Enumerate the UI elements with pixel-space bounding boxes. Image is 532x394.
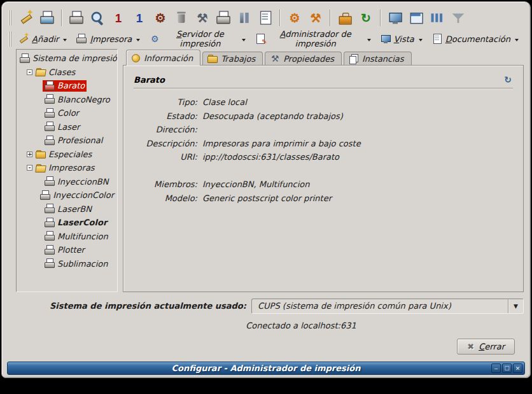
printer-jobs-button[interactable] [235,8,254,27]
toolbar-separator [61,10,62,26]
tree-item-sublimacion[interactable]: Sublimacion [18,257,116,271]
restart-server-icon: ⚙ [288,11,302,25]
tree-item-laser[interactable]: Laser [18,120,116,134]
tab-label: Instancias [362,54,404,64]
tree-item-clases[interactable]: -Clases [18,66,116,80]
class-icon [45,122,55,132]
view-printer-icon [90,11,104,25]
view-icons-mode-button[interactable] [407,8,426,27]
tab-instancias[interactable]: Instancias [344,52,412,65]
tree-item-plotter[interactable]: Plotter [18,243,116,257]
tree-expander-icon[interactable]: + [27,151,32,157]
combo-dropdown-arrow-icon[interactable] [508,299,523,313]
tree-item-body: Sistema de impresión [18,53,118,64]
print-system-combobox[interactable]: CUPS (sistema de impresión común para Un… [251,299,524,314]
tree-item-profesional[interactable]: Profesional [18,134,116,148]
tree-item-body: InyeccionBN [43,176,111,187]
titlebar-buttons: –☐✕ [491,363,522,373]
info-field-label: Modelo: [134,193,197,203]
tree-item-blanconegro[interactable]: BlancoNegro [18,93,116,107]
tree-item-inyeccionbn[interactable]: InyeccionBN [18,175,116,189]
minimize-button[interactable]: – [491,363,501,373]
printer-icon [45,245,55,255]
information-panel: Barato ↻ Tipo:Clase localEstado:Desocupa… [123,65,524,292]
tree-indent [18,236,36,237]
configure-server-button[interactable]: ⚒ [306,8,325,27]
toolbar-handle[interactable] [8,31,11,46]
menu-vista[interactable]: Vista [377,32,428,46]
close-button[interactable]: Cerrar [457,339,515,355]
tree-item-multifuncion[interactable]: Multifuncion [18,230,116,244]
maximize-button[interactable]: ☐ [502,363,512,373]
tree-item-lasercolor[interactable]: LaserColor [18,216,116,230]
tab-propiedades[interactable]: ⚒Propiedades [265,52,342,65]
info-row: Modelo:Generic postscript color printer [134,193,513,208]
combo-selected-value: CUPS (sistema de impresión común para Un… [258,301,451,311]
information-icon [132,54,140,62]
dropdown-arrow-icon [367,39,371,43]
tree-item-label: Impresoras [48,163,95,172]
close-x-icon [467,342,474,351]
print-test-page-button[interactable] [214,8,233,27]
dropdown-arrow-icon [242,39,246,43]
tree-item-impresoras[interactable]: -Impresoras [18,161,116,175]
tab-informacion[interactable]: Información [126,50,200,66]
menu-documentacion[interactable]: Documentación [429,32,524,46]
view-printer-infos-button[interactable] [386,8,405,27]
remove-printer-button[interactable] [172,8,191,27]
tree-item-label: Barato [57,81,85,90]
info-field-value: Impresoras para imprimir a bajo coste [202,139,361,148]
tree-indent [18,167,27,168]
printer-icon [45,231,55,241]
tree-item-body: Profesional [43,135,104,146]
close-button[interactable]: ✕ [513,363,522,373]
tab-trabajos[interactable]: Trabajos [202,52,263,65]
printer-report-button[interactable] [256,8,275,27]
tree-item-label: Plotter [57,245,85,255]
tree-item-body: BlancoNegro [43,94,112,105]
tree-item-barato[interactable]: Barato [18,79,116,93]
tree-item-especiales[interactable]: +Especiales [18,148,116,162]
class-icon [45,108,55,118]
window-titlebar[interactable]: Configurar - Administrador de impresión … [7,362,525,375]
tree-expander-icon[interactable]: - [27,69,32,75]
add-special-printer-button[interactable] [38,8,57,27]
tree-item-color[interactable]: Color [18,106,116,120]
filter-button[interactable] [449,8,468,27]
set-server-default-button[interactable]: 1 [130,8,149,27]
tree-indent [18,222,36,223]
menu-administrador-impresion[interactable]: Administrador de impresión [252,27,376,50]
dropdown-arrow-icon [515,39,519,43]
tree-item-label: Sublimacion [57,259,108,269]
menu-anadir[interactable]: Añadir [15,32,72,46]
info-refresh-slot[interactable]: ↻ [503,74,513,85]
view-monitor-icon [381,34,391,44]
add-printer-wizard-button[interactable] [17,8,36,27]
menu-servidor-impresion[interactable]: ⚙Servidor de impresión [146,27,250,50]
tree-indent [18,154,27,155]
server-gear-icon: ⚙ [150,34,160,44]
view-list-mode-button[interactable] [428,8,447,27]
configure-printer-button[interactable]: ⚙ [151,8,170,27]
info-field-label [134,166,197,176]
toolbar-handle[interactable] [8,10,12,25]
info-row: Dirección: [134,125,513,139]
tree-item-laserbn[interactable]: LaserBN [18,202,116,216]
test-printer-button[interactable]: ⚒ [193,8,212,27]
tree-item-sistema-de-impresion[interactable]: Sistema de impresión [18,52,116,66]
refresh-button[interactable]: ↻ [356,8,375,27]
tree-item-inyeccioncolor[interactable]: InyeccionColor [18,188,116,202]
modify-printer-button[interactable] [67,8,86,27]
toolbox-button[interactable] [335,8,354,27]
restart-server-button[interactable]: ⚙ [285,8,304,27]
view-printer-button[interactable] [88,8,107,27]
info-field-list: Tipo:Clase localEstado:Desocupada (acept… [134,97,513,207]
menu-impresora[interactable]: Impresora [73,32,145,46]
dropdown-arrow-icon [63,39,67,43]
tree-indent [18,181,36,182]
set-user-default-button[interactable]: 1 [109,8,128,27]
modify-printer-icon [69,11,83,25]
tree-expander-icon[interactable]: - [27,165,32,171]
jobs-folder-icon [207,53,218,64]
printer-jobs-icon [237,11,251,25]
